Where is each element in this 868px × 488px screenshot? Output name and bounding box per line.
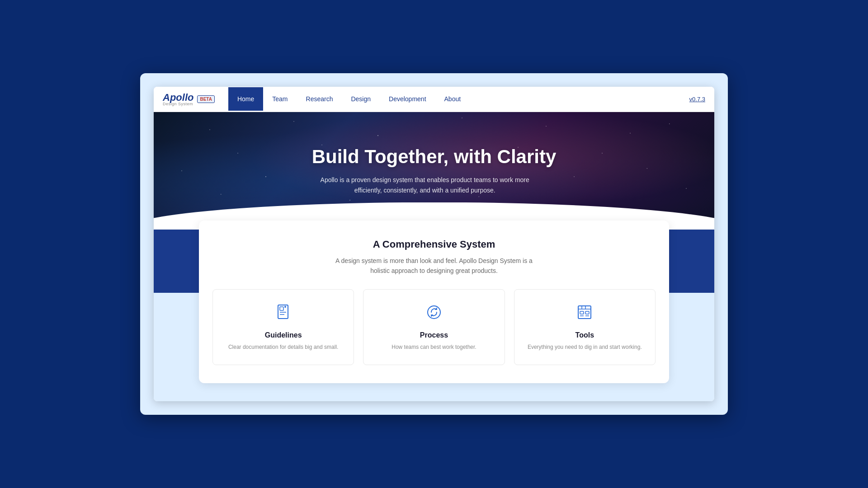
hero-title: Build Together, with Clarity xyxy=(312,146,557,168)
svg-rect-10 xyxy=(580,311,584,314)
version-link[interactable]: v0.7.3 xyxy=(689,96,705,103)
nav-development[interactable]: Development xyxy=(380,87,435,111)
nav-design[interactable]: Design xyxy=(342,87,380,111)
nav-team[interactable]: Team xyxy=(263,87,297,111)
browser-window: Apollo Design System BETA Home Team Rese… xyxy=(154,87,714,402)
beta-badge: BETA xyxy=(197,95,214,103)
section-subtitle: A design system is more than look and fe… xyxy=(326,256,542,276)
hero-subtitle: Apollo is a proven design system that en… xyxy=(312,175,538,195)
process-card: Process How teams can best work together… xyxy=(363,289,505,365)
hero-content: Build Together, with Clarity Apollo is a… xyxy=(312,146,557,195)
comprehensive-section: A Comprehensive System A design system i… xyxy=(199,221,669,384)
nav-links: Home Team Research Design Development Ab… xyxy=(228,87,689,111)
svg-rect-1 xyxy=(280,307,283,310)
nav-about[interactable]: About xyxy=(435,87,470,111)
section-title: A Comprehensive System xyxy=(212,239,656,250)
process-icon xyxy=(373,303,495,325)
cards-grid: Guidelines Clear documentation for detai… xyxy=(212,289,656,365)
document-icon xyxy=(222,303,344,325)
logo-subtitle: Design System xyxy=(163,102,193,106)
logo-area: Apollo Design System BETA xyxy=(163,92,215,106)
process-desc: How teams can best work together. xyxy=(373,343,495,351)
nav-home[interactable]: Home xyxy=(228,87,263,111)
process-title: Process xyxy=(373,331,495,339)
tools-icon xyxy=(524,303,646,325)
tools-title: Tools xyxy=(524,331,646,339)
nav-research[interactable]: Research xyxy=(297,87,342,111)
svg-point-4 xyxy=(284,306,286,308)
logo: Apollo Design System xyxy=(163,92,193,106)
tools-card: Tools Everything you need to dig in and … xyxy=(514,289,656,365)
svg-rect-11 xyxy=(585,311,589,314)
guidelines-desc: Clear documentation for details big and … xyxy=(222,343,344,351)
navbar: Apollo Design System BETA Home Team Rese… xyxy=(154,87,714,112)
outer-frame: Apollo Design System BETA Home Team Rese… xyxy=(140,73,728,415)
svg-point-5 xyxy=(428,306,440,319)
hero-section: Build Together, with Clarity Apollo is a… xyxy=(154,112,714,230)
guidelines-title: Guidelines xyxy=(222,331,344,339)
guidelines-card: Guidelines Clear documentation for detai… xyxy=(212,289,354,365)
tools-desc: Everything you need to dig in and start … xyxy=(524,343,646,351)
